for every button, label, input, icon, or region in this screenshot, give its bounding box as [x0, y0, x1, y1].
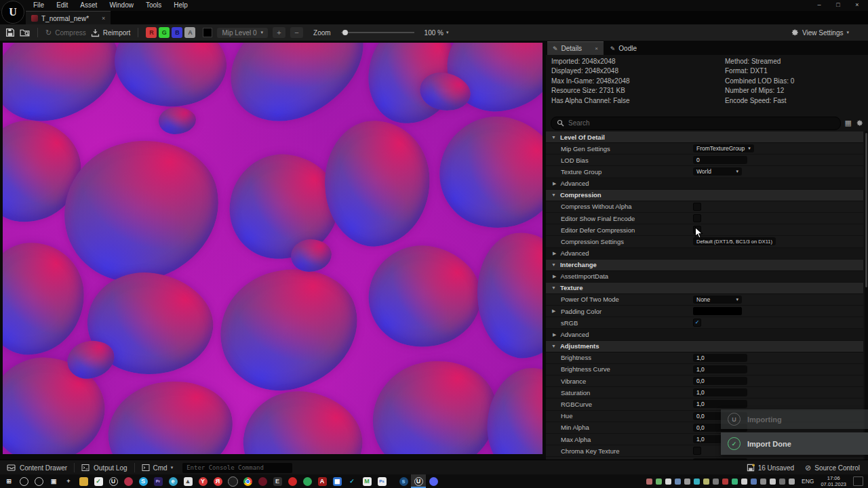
tray-icon[interactable]	[770, 479, 776, 485]
tab-oodle[interactable]: ✎ Oodle	[605, 42, 642, 55]
save-button[interactable]	[5, 28, 15, 37]
taskbar-icon-ps-app[interactable]: Ps	[374, 474, 389, 488]
taskbar-icon-cortana[interactable]	[31, 474, 46, 488]
taskbar-icon-teal-check-app[interactable]: ✓	[344, 474, 359, 488]
property-row-advanced[interactable]: ▶Advanced	[546, 178, 863, 190]
taskbar-icon-yandex-browser[interactable]: Y	[195, 474, 210, 488]
taskbar-icon-start[interactable]: ⊞	[1, 474, 16, 488]
taskbar-icon-dark-ring-app[interactable]	[225, 474, 240, 488]
menu-item-file[interactable]: File	[27, 0, 50, 11]
taskbar-icon-dark-red-app[interactable]	[255, 474, 270, 488]
cmd-dropdown[interactable]: Cmd ▾	[135, 460, 180, 475]
color-swatch-padding-color[interactable]	[693, 307, 742, 315]
mip-plus-button[interactable]: +	[273, 27, 285, 38]
taskbar-icon-white-app[interactable]: ▲	[180, 474, 195, 488]
browse-to-asset-button[interactable]	[20, 28, 30, 37]
tray-icon[interactable]	[656, 479, 662, 485]
taskbar-icon-clipboard-app[interactable]: ✓	[91, 474, 106, 488]
menu-item-window[interactable]: Window	[103, 0, 140, 11]
texture-viewport[interactable]	[3, 43, 542, 454]
tray-icon[interactable]	[675, 479, 681, 485]
reimport-button[interactable]: Reimport	[91, 28, 131, 37]
taskbar-icon-task-view[interactable]: ▣	[46, 474, 61, 488]
dropdown-texture-group[interactable]: World▾	[693, 167, 742, 176]
channel-button-a[interactable]: A	[184, 27, 195, 38]
dropdown-power-of-two-mode[interactable]: None▾	[693, 296, 742, 304]
taskbar-icon-blue-feather-app[interactable]: s	[396, 474, 411, 488]
section-header-adjustments[interactable]: ▼Adjustments	[546, 341, 863, 352]
tray-icon[interactable]	[751, 479, 757, 485]
taskbar-icon-adobe-app[interactable]: A	[315, 474, 330, 488]
property-row-advanced[interactable]: ▶Advanced	[546, 248, 863, 260]
clock[interactable]: 17:0607.01.2023	[821, 475, 846, 488]
taskbar-icon-red-dot-app[interactable]	[285, 474, 300, 488]
source-control-button[interactable]: ⊘ Source Control	[805, 464, 860, 472]
property-row-assetimportdata[interactable]: ▶AssetImportData	[546, 271, 863, 283]
checkbox-compress-without-alpha[interactable]	[693, 203, 701, 211]
unsaved-button[interactable]: 16 Unsaved	[747, 464, 794, 472]
menu-item-help[interactable]: Help	[167, 0, 194, 11]
section-header-interchange[interactable]: ▼Interchange	[546, 260, 863, 271]
input-vibrance[interactable]: 0,0	[693, 377, 747, 385]
channel-button-r[interactable]: R	[146, 27, 157, 38]
settings-gear-icon[interactable]	[856, 119, 863, 127]
tray-icon[interactable]	[732, 479, 738, 485]
property-row-advanced[interactable]: ▶Advanced	[546, 329, 863, 340]
dropdown-compression-settings[interactable]: Default (DXT1/5, BC1/3 on DX11)▾	[693, 237, 776, 245]
section-header-level-of-detail[interactable]: ▼Level Of Detail	[546, 131, 863, 143]
mip-level-dropdown[interactable]: Mip Level 0▾	[217, 28, 268, 38]
tray-icon[interactable]	[665, 479, 671, 485]
taskbar-icon-discord[interactable]	[426, 474, 441, 488]
taskbar-icon-search[interactable]	[16, 474, 31, 488]
display-filter-icon[interactable]: ▦	[845, 119, 852, 127]
minimize-button[interactable]: –	[810, 0, 829, 11]
zoom-value-dropdown[interactable]: 100 %▾	[425, 29, 449, 37]
tab-close-icon[interactable]: ×	[102, 15, 105, 22]
taskbar-icon-red-app[interactable]	[121, 474, 136, 488]
tray-icon[interactable]	[713, 479, 719, 485]
console-command-input[interactable]: Enter Console Command	[182, 463, 292, 473]
checkbox-editor-show-final-encode[interactable]	[693, 214, 701, 222]
section-header-texture[interactable]: ▼Texture	[546, 283, 863, 294]
tray-icon[interactable]	[646, 479, 652, 485]
input-brightness[interactable]: 1,0	[693, 354, 747, 362]
section-header-compression[interactable]: ▼Compression	[546, 190, 863, 201]
taskbar-icon-green-app[interactable]	[300, 474, 315, 488]
taskbar-icon-premiere[interactable]: Pr	[151, 474, 165, 488]
maximize-button[interactable]: □	[829, 0, 848, 11]
zoom-slider[interactable]	[341, 32, 414, 33]
compress-button[interactable]: ↻ Compress	[45, 28, 86, 37]
tray-icon[interactable]	[722, 479, 728, 485]
menu-item-edit[interactable]: Edit	[50, 0, 74, 11]
tray-icon[interactable]	[760, 479, 766, 485]
mip-minus-button[interactable]: −	[290, 27, 303, 38]
content-drawer-button[interactable]: Content Drawer	[0, 460, 74, 475]
scrollbar-thumb[interactable]	[865, 133, 867, 287]
tab-details[interactable]: ✎ Details ×	[547, 41, 604, 55]
expand-arrow-icon[interactable]: ▶	[552, 308, 555, 314]
channel-button-b[interactable]: B	[172, 27, 182, 38]
taskbar-icon-epic-games[interactable]: E	[270, 474, 285, 488]
close-button[interactable]: ×	[848, 0, 867, 11]
taskbar-icon-unreal-editor[interactable]: U	[411, 474, 426, 488]
dropdown-mip-gen-settings[interactable]: FromTextureGroup▾	[693, 144, 754, 152]
taskbar-icon-chrome[interactable]	[240, 474, 255, 488]
view-settings-button[interactable]: View Settings ▾	[791, 28, 849, 37]
tray-icon[interactable]	[684, 479, 690, 485]
taskbar-icon-skype[interactable]: S	[136, 474, 151, 488]
search-input[interactable]: Search	[551, 117, 841, 130]
taskbar-icon-yandex[interactable]: Я	[210, 474, 225, 488]
taskbar-icon-file-explorer[interactable]	[76, 474, 91, 488]
taskbar-icon-blue-tile-app[interactable]: ▦	[330, 474, 344, 488]
input-lod-bias[interactable]: 0	[693, 156, 747, 164]
tray-icon[interactable]	[779, 479, 785, 485]
tray-icon[interactable]	[789, 479, 795, 485]
menu-item-asset[interactable]: Asset	[74, 0, 103, 11]
checkbox-chroma-key-texture[interactable]	[693, 447, 701, 455]
zoom-slider-knob[interactable]	[342, 30, 348, 35]
taskbar-icon-edge[interactable]: e	[165, 474, 180, 488]
notification-center-icon[interactable]	[853, 476, 863, 486]
checkbox-srgb[interactable]: ✓	[693, 319, 701, 327]
clear-color-swatch[interactable]	[203, 28, 212, 37]
taskbar-icon-m-app[interactable]: M	[359, 474, 374, 488]
